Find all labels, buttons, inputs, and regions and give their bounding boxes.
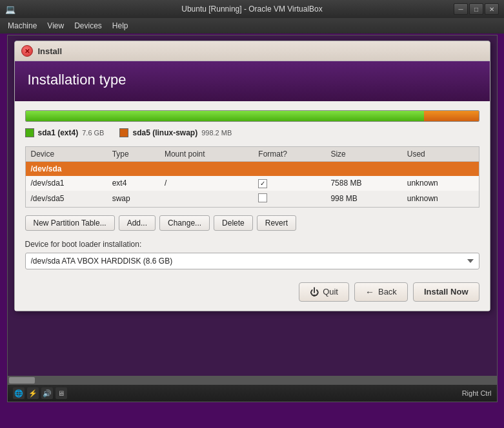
cell-used: unknown <box>402 191 479 208</box>
dialog-content: Installation type sda1 (ext4) 7.6 GB <box>15 61 490 311</box>
dialog-titlebar: ✕ Install <box>15 41 490 61</box>
partition-table: Device Type Mount point Format? Size Use… <box>25 146 479 208</box>
partition-bar <box>25 110 479 122</box>
partition-legend: sda1 (ext4) 7.6 GB sda5 (linux-swap) 998… <box>25 128 479 137</box>
dialog-close-button[interactable]: ✕ <box>21 45 33 57</box>
close-icon: ✕ <box>25 48 30 55</box>
status-left: 🌐 ⚡ 🔊 🖥 <box>13 387 67 399</box>
menu-machine[interactable]: Machine <box>3 20 42 32</box>
col-type: Type <box>107 147 159 162</box>
cell-type <box>107 162 159 177</box>
legend-ext4-label: sda1 (ext4) <box>38 128 79 137</box>
cell-size <box>325 162 401 177</box>
minimize-button[interactable]: ─ <box>454 3 468 15</box>
usb-icon: ⚡ <box>27 387 39 399</box>
revert-button[interactable]: Revert <box>257 215 296 231</box>
cell-device: /dev/sda <box>25 162 107 177</box>
format-checkbox-sda1[interactable]: ✓ <box>258 179 267 188</box>
cell-type: swap <box>107 191 159 208</box>
quit-button[interactable]: ⏻ Quit <box>299 282 349 302</box>
quit-label: Quit <box>323 287 338 297</box>
cell-used: unknown <box>402 176 479 191</box>
network-icon: 🌐 <box>13 387 25 399</box>
cell-mount <box>159 162 253 177</box>
col-size: Size <box>325 147 401 162</box>
cell-mount <box>159 191 253 208</box>
cell-device: /dev/sda5 <box>25 191 107 208</box>
scrollbar-thumb[interactable] <box>9 377 35 384</box>
table-row[interactable]: /dev/sda <box>25 162 479 177</box>
legend-ext4-size: 7.6 GB <box>82 129 104 137</box>
col-used: Used <box>402 147 479 162</box>
legend-ext4: sda1 (ext4) 7.6 GB <box>25 128 105 137</box>
nav-buttons: ⏻ Quit ← Back Install Now <box>25 280 479 302</box>
bootloader-select[interactable]: /dev/sda ATA VBOX HARDDISK (8.6 GB) <box>25 253 479 269</box>
legend-color-swap <box>119 128 128 137</box>
install-now-button[interactable]: Install Now <box>413 282 479 302</box>
menubar: Machine View Devices Help <box>0 18 504 34</box>
scrollbar-horizontal[interactable] <box>8 376 497 385</box>
col-mount: Mount point <box>159 147 253 162</box>
cell-device: /dev/sda1 <box>25 176 107 191</box>
titlebar-controls[interactable]: ─ □ ✕ <box>454 3 499 15</box>
back-button[interactable]: ← Back <box>354 282 408 302</box>
dialog-header: Installation type <box>15 61 490 101</box>
titlebar-left: 💻 <box>5 5 15 14</box>
back-icon: ← <box>365 287 374 297</box>
titlebar: 💻 Ubuntu [Running] - Oracle VM VirtualBo… <box>0 0 504 18</box>
vm-display: ✕ Install Installation type <box>7 35 498 402</box>
table-row[interactable]: /dev/sda1 ext4 / ✓ 7588 MB unknown <box>25 176 479 191</box>
new-partition-table-button[interactable]: New Partition Table... <box>25 215 115 231</box>
install-dialog: ✕ Install Installation type <box>14 41 490 311</box>
legend-color-ext4 <box>25 128 34 137</box>
back-label: Back <box>378 287 397 297</box>
quit-icon: ⏻ <box>310 287 319 297</box>
page-title: Installation type <box>28 72 477 88</box>
legend-swap-label: sda5 (linux-swap) <box>132 128 197 137</box>
app-icon: 💻 <box>5 5 15 14</box>
change-button[interactable]: Change... <box>159 215 210 231</box>
action-buttons: New Partition Table... Add... Change... … <box>25 215 479 231</box>
cell-format: ✓ <box>253 176 325 191</box>
close-button[interactable]: ✕ <box>485 3 499 15</box>
table-header-row: Device Type Mount point Format? Size Use… <box>25 147 479 162</box>
status-right: Right Ctrl <box>462 389 492 397</box>
menu-devices[interactable]: Devices <box>69 20 107 32</box>
cell-size: 7588 MB <box>325 176 401 191</box>
cell-size: 998 MB <box>325 191 401 208</box>
cell-used <box>402 162 479 177</box>
display-icon: 🖥 <box>55 387 67 399</box>
window-title: Ubuntu [Running] - Oracle VM VirtualBox <box>181 5 323 14</box>
bootloader-label: Device for boot loader installation: <box>25 240 479 249</box>
cell-type: ext4 <box>107 176 159 191</box>
audio-icon: 🔊 <box>41 387 53 399</box>
restore-button[interactable]: □ <box>469 3 483 15</box>
cell-mount: / <box>159 176 253 191</box>
col-device: Device <box>25 147 107 162</box>
bootloader-select-wrapper: /dev/sda ATA VBOX HARDDISK (8.6 GB) <box>25 253 479 269</box>
statusbar: 🌐 ⚡ 🔊 🖥 Right Ctrl <box>8 385 497 402</box>
delete-button[interactable]: Delete <box>214 215 253 231</box>
legend-swap: sda5 (linux-swap) 998.2 MB <box>119 128 232 137</box>
cell-format <box>253 191 325 208</box>
partition-bar-ext4 <box>26 111 425 121</box>
table-row[interactable]: /dev/sda5 swap 998 MB unknown <box>25 191 479 208</box>
install-now-label: Install Now <box>424 287 469 297</box>
dialog-title: Install <box>38 46 63 56</box>
right-ctrl-label: Right Ctrl <box>462 389 492 397</box>
legend-swap-size: 998.2 MB <box>201 129 232 137</box>
partition-bar-swap <box>424 111 478 121</box>
col-format: Format? <box>253 147 325 162</box>
dialog-body: sda1 (ext4) 7.6 GB sda5 (linux-swap) 998… <box>15 101 490 311</box>
cell-format <box>253 162 325 177</box>
format-checkbox-sda5[interactable] <box>258 193 267 202</box>
add-button[interactable]: Add... <box>119 215 156 231</box>
menu-help[interactable]: Help <box>107 20 134 32</box>
menu-view[interactable]: View <box>42 20 69 32</box>
